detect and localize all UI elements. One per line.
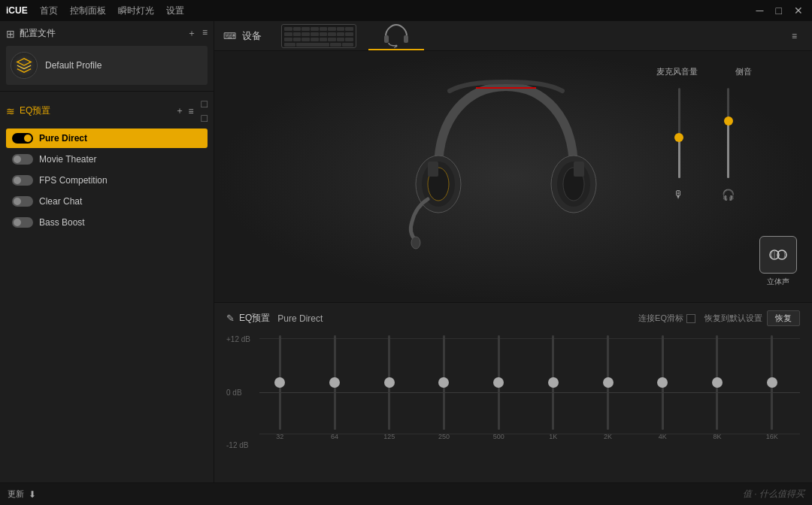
preset-menu-button[interactable]: ≡ [189,106,194,116]
mic-icon: 🎙 [674,189,684,201]
toggle-fps-competition[interactable] [12,175,33,186]
toggle-clear-chat[interactable] [12,196,33,207]
eq-band-500: 500 [478,335,520,440]
add-profile-button[interactable]: ＋ [187,27,196,40]
sound-mode-area: 立体声 [759,236,797,287]
title-bar: iCUE 首页 控制面板 瞬时灯光 设置 ─ □ ✕ [0,0,812,21]
main-layout: ⊞ 配置文件 ＋ ≡ Default Profile [0,21,812,482]
link-eq-label: 连接EQ滑标 [638,313,695,324]
reset-label-text: 恢复到默认设置 [704,313,762,324]
download-icon[interactable]: ⬇ [29,489,36,500]
eq-section-icon: ≋ [6,105,15,117]
app-name: iCUE [6,5,28,16]
svg-rect-0 [384,35,389,43]
nav-settings[interactable]: 设置 [166,5,184,17]
preset-clear-chat[interactable]: Clear Chat [6,192,208,211]
profile-section: ⊞ 配置文件 ＋ ≡ Default Profile [0,21,214,92]
eq-band-125-label: 125 [383,433,395,440]
toggle-bass-boost[interactable] [12,217,33,228]
preset-movie-theater-label: Movie Theater [39,154,96,165]
eq-band-1k: 1K [533,335,574,440]
add-preset-button[interactable]: ＋ [175,104,184,117]
eq-y-labels: +12 dB 0 dB -12 dB [226,332,250,452]
minimize-button[interactable]: ─ [753,5,767,17]
db-label-high: +12 dB [226,335,250,343]
keyboard-thumbnail [281,24,356,48]
profile-item[interactable]: Default Profile [6,46,208,85]
titlebar-left: iCUE 首页 控制面板 瞬时灯光 设置 [6,5,184,17]
preset-pure-direct[interactable]: Pure Direct [6,129,208,148]
content-area: ⌨ 设备 [214,21,812,482]
eq-band-4k-thumb[interactable] [657,377,668,388]
profile-menu-button[interactable]: ≡ [202,27,208,40]
eq-band-16k: 16K [751,335,792,440]
toggle-pure-direct[interactable] [12,133,33,144]
svg-rect-11 [574,162,584,177]
maximize-button[interactable]: □ [773,5,785,17]
mic-volume-slider[interactable]: 🎙 [674,80,684,201]
svg-point-12 [411,237,420,249]
eq-controls-right: 连接EQ滑标 恢复到默认设置 恢复 [638,310,800,326]
device-bar-icon: ⌨ [223,31,236,41]
eq-band-16k-thumb[interactable] [767,377,777,388]
link-eq-text: 连接EQ滑标 [638,313,683,324]
db-label-mid: 0 dB [226,389,250,397]
preset-fps-competition-label: FPS Competition [39,175,108,186]
eq-bars-container: +12 dB 0 dB -12 dB 32 [226,332,800,452]
eq-panel-preset-name: Pure Direct [277,313,323,324]
eq-band-64-thumb[interactable] [329,377,340,388]
tab-headset[interactable] [368,21,424,50]
close-button[interactable]: ✕ [791,5,806,17]
eq-band-2k-thumb[interactable] [603,377,614,388]
eq-band-250-thumb[interactable] [438,377,449,388]
stereo-mode-button[interactable] [759,236,797,274]
update-label: 更新 [8,488,24,500]
stereo-mode-label: 立体声 [767,277,789,287]
preset-fps-competition[interactable]: FPS Competition [6,171,208,190]
volume-controls: 麦克风音量 侧音 🎙 [656,66,752,201]
preset-pure-direct-label: Pure Direct [39,133,87,144]
preset-clear-chat-label: Clear Chat [39,196,82,207]
eq-band-1k-label: 1K [549,433,557,440]
eq-band-8k: 8K [697,335,738,440]
eq-section: ≋ EQ预置 ＋ ≡ □ □ Pure Direct [0,92,214,482]
tab-keyboard[interactable] [269,21,368,50]
profile-header: ⊞ 配置文件 ＋ ≡ [6,27,208,40]
eq-bands: 32 64 125 [259,335,792,440]
sidetone-slider-thumb[interactable] [724,116,733,125]
profile-name: Default Profile [45,60,102,71]
eq-panel-header: ✎ EQ预置 Pure Direct 连接EQ滑标 恢复到默认设置 恢复 [226,310,800,326]
toggle-movie-theater[interactable] [12,154,33,165]
device-options-button[interactable]: ≡ [786,31,803,41]
visual-area: 麦克风音量 侧音 🎙 [214,51,812,302]
link-eq-checkbox[interactable] [686,314,695,323]
mic-slider-thumb[interactable] [674,133,683,142]
svg-line-3 [394,47,396,48]
preset-movie-theater[interactable]: Movie Theater [6,150,208,169]
eq-band-32-thumb[interactable] [274,377,285,388]
eq-band-500-thumb[interactable] [493,377,504,388]
eq-band-16k-label: 16K [766,433,778,440]
svg-rect-10 [428,162,438,177]
nav-home[interactable]: 首页 [40,5,58,17]
eq-panel-edit-icon: ✎ [226,313,235,324]
reset-button[interactable]: 恢复 [767,310,800,326]
eq-band-1k-thumb[interactable] [548,377,559,388]
eq-band-2k-label: 2K [604,433,612,440]
eq-band-8k-thumb[interactable] [712,377,723,388]
delete-preset-button[interactable]: □ [201,98,208,110]
bottom-bar: 更新 ⬇ [0,482,812,505]
preset-bass-boost[interactable]: Bass Boost [6,213,208,232]
sidetone-slider[interactable]: 🎧 [722,80,735,201]
device-tabs [262,21,424,50]
eq-band-32-label: 32 [276,433,283,440]
nav-lighting[interactable]: 瞬时灯光 [118,5,154,17]
eq-band-125-thumb[interactable] [384,377,395,388]
svg-rect-1 [404,35,408,43]
eq-band-8k-label: 8K [713,433,721,440]
eq-section-header: ≋ EQ预置 ＋ ≡ □ □ [6,98,208,124]
profile-section-title: 配置文件 [20,27,56,40]
nav-control[interactable]: 控制面板 [70,5,106,17]
headset-thumbnail [380,23,412,48]
duplicate-preset-button[interactable]: □ [201,112,208,124]
